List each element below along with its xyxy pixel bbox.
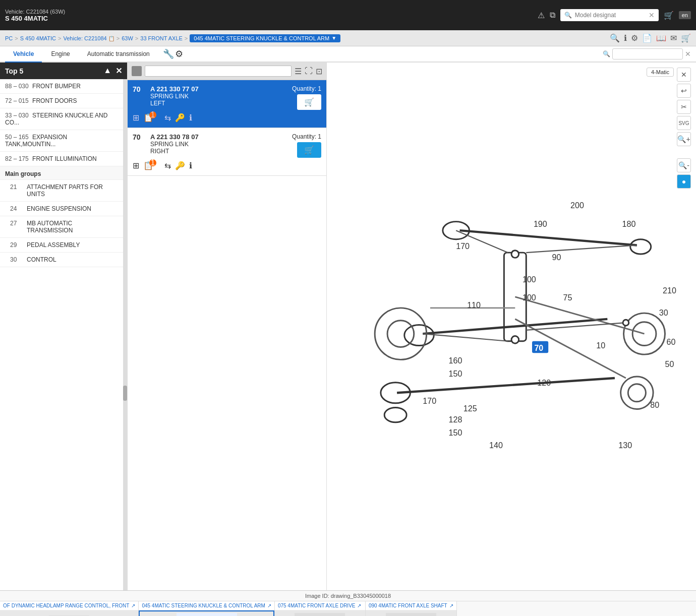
table-icon-1[interactable]: ⊞ (133, 113, 139, 122)
breadcrumb-s450[interactable]: S 450 4MATIC (20, 35, 56, 41)
model-search-box[interactable]: 🔍 ✕ (560, 9, 659, 21)
tab-automatic-transmission[interactable]: Automatic transmission (79, 46, 158, 63)
swap-icon-2[interactable]: ⇆ (164, 161, 171, 170)
parts-search-input[interactable] (145, 66, 292, 77)
tab-extra-icon1[interactable]: 🔧 (163, 48, 174, 59)
main-groups-title: Main groups (0, 166, 123, 180)
wis-icon[interactable]: 📖 (656, 33, 666, 43)
svg-text:100: 100 (523, 293, 536, 302)
sidebar-item-72015[interactable]: 72 – 015 FRONT DOORS (0, 94, 123, 108)
sidebar-item-82175[interactable]: 82 – 175 FRONT ILLUMINATION (0, 152, 123, 166)
svg-text:75: 75 (563, 293, 572, 302)
bottom-section: Image ID: drawing_B33045000018 OF DYNAMI… (0, 590, 696, 616)
sidebar-header-icons: ▲ ✕ (103, 66, 122, 76)
sidebar-item-33030[interactable]: 33 – 030 STEERING KNUCKLE AND CO... (0, 108, 123, 130)
part-name-2: SPRING LINK (150, 141, 199, 148)
breadcrumb-63w[interactable]: 63W (122, 35, 133, 41)
undo-icon[interactable]: ↩ (677, 84, 691, 98)
breadcrumb-vehicle[interactable]: Vehicle: C221084 📋 (63, 35, 114, 41)
panel-close-icon[interactable]: ⊡ (316, 67, 322, 76)
mail-icon[interactable]: ✉ (670, 33, 677, 43)
thumb-axle-shaft[interactable]: 090 4MATIC FRONT AXLE SHAFT ↗ (366, 601, 457, 616)
zoom-in-icon[interactable]: 🔍 (610, 33, 620, 43)
breadcrumb-pc[interactable]: PC (5, 35, 13, 41)
key-icon-1[interactable]: 🔑 (175, 113, 185, 122)
cart-button-1[interactable]: 🛒 (297, 94, 321, 110)
svg-text:110: 110 (467, 300, 481, 310)
info-icon-1[interactable]: ℹ (189, 113, 192, 122)
cart-breadcrumb-icon[interactable]: 🛒 (681, 33, 691, 43)
sidebar-item-88030[interactable]: 88 – 030 FRONT BUMPER (0, 79, 123, 94)
sep2: > (58, 35, 61, 41)
tab-search-icon: 🔍 (603, 50, 610, 57)
cart-button-2[interactable]: 🛒 (297, 142, 321, 158)
tab-clear-icon[interactable]: ✕ (685, 50, 691, 58)
clear-search-icon[interactable]: ✕ (649, 11, 655, 19)
doc-icon-2[interactable]: 📋1 (143, 161, 160, 170)
zoom-in-diagram-icon[interactable]: 🔍+ (677, 132, 691, 146)
part-row-2: 70 A 221 330 78 07 SPRING LINK RIGHT Qua… (128, 128, 326, 176)
thumb-headlamp[interactable]: OF DYNAMIC HEADLAMP RANGE CONTROL, FRONT… (0, 601, 139, 616)
top-bar-right: ⚠ ⧉ 🔍 ✕ 🛒 en (538, 9, 691, 21)
list-icon[interactable]: ☰ (295, 67, 302, 76)
doc-icon-1[interactable]: 📋1 (143, 113, 160, 122)
breadcrumb-frontaxle[interactable]: 33 FRONT AXLE (140, 35, 183, 41)
lang-badge[interactable]: en (679, 11, 691, 19)
svg-text:128: 128 (449, 415, 462, 424)
zoom-out-diagram-icon[interactable]: 🔍- (677, 158, 691, 172)
warning-icon[interactable]: ⚠ (538, 11, 545, 20)
blue-dot-icon[interactable]: ● (677, 174, 691, 189)
sidebar-close-icon[interactable]: ✕ (115, 66, 122, 76)
svg-text:100: 100 (523, 275, 536, 284)
part-pos-2: 70 (133, 133, 145, 155)
thumb-img-headlamp: diagram (0, 610, 138, 616)
spacer (677, 148, 691, 156)
close-diagram-icon[interactable]: ✕ (677, 68, 691, 82)
svg-text:60: 60 (666, 337, 675, 346)
svg-rect-67 (386, 613, 436, 616)
vehicle-model: S 450 4MATIC (5, 15, 65, 22)
sidebar-collapse-icon[interactable]: ▲ (103, 66, 111, 76)
svg-text:210: 210 (663, 286, 676, 295)
main-layout: Top 5 ▲ ✕ 88 – 030 FRONT BUMPER 72 – 015… (0, 63, 696, 590)
sidebar-group-27[interactable]: 27 MB AUTOMATIC TRANSMISSION (0, 216, 123, 238)
sidebar-scrollbar[interactable] (123, 79, 127, 590)
sidebar-group-21[interactable]: 21 ATTACHMENT PARTS FOR UNITS (0, 180, 123, 202)
svg-text:190: 190 (534, 219, 547, 228)
model-search-input[interactable] (575, 12, 646, 19)
sidebar-group-30[interactable]: 30 CONTROL (0, 253, 123, 267)
thumb-axle-drive[interactable]: 075 4MATIC FRONT AXLE DRIVE ↗ (275, 601, 366, 616)
cart-icon[interactable]: 🛒 (664, 11, 674, 20)
thumb-label-steering: 045 4MATIC STEERING KNUCKLE & CONTROL AR… (139, 601, 274, 610)
svg-text:170: 170 (456, 241, 470, 251)
thumb-steering[interactable]: 045 4MATIC STEERING KNUCKLE & CONTROL AR… (139, 601, 275, 616)
document-icon[interactable]: 📄 (642, 33, 652, 43)
sidebar-group-24[interactable]: 24 ENGINE SUSPENSION (0, 202, 123, 216)
cut-icon[interactable]: ✂ (677, 100, 691, 114)
svg-text:90: 90 (552, 253, 561, 262)
filter-icon[interactable]: ⚙ (631, 33, 638, 43)
thumb-label-axle-drive: 075 4MATIC FRONT AXLE DRIVE ↗ (275, 601, 365, 610)
swap-icon-1[interactable]: ⇆ (164, 113, 171, 122)
thumb-img-steering (139, 610, 274, 616)
tab-extra-icon2[interactable]: ⚙ (175, 48, 183, 59)
info-icon[interactable]: ℹ (624, 33, 627, 43)
thumbnails-row: OF DYNAMIC HEADLAMP RANGE CONTROL, FRONT… (0, 601, 696, 616)
svg-text:70: 70 (534, 343, 543, 352)
tab-vehicle[interactable]: Vehicle (5, 46, 42, 63)
sidebar-group-29[interactable]: 29 PEDAL ASSEMBLY (0, 238, 123, 253)
key-icon-2[interactable]: 🔑 (175, 161, 185, 170)
svg-text:130: 130 (618, 441, 632, 450)
info-icon-2[interactable]: ℹ (189, 161, 192, 170)
4matic-badge: 4-Matic (647, 68, 674, 77)
table-icon-2[interactable]: ⊞ (133, 161, 139, 170)
svg-icon[interactable]: SVG (677, 116, 691, 130)
expand-icon[interactable]: ⛶ (305, 67, 313, 76)
svg-text:150: 150 (449, 428, 462, 437)
tab-engine[interactable]: Engine (43, 46, 78, 63)
breadcrumb-current[interactable]: 045 4MATIC STEERING KNUCKLE & CONTROL AR… (190, 34, 340, 42)
diagram-area[interactable]: 4-Matic ✕ ↩ ✂ SVG 🔍+ 🔍- ● (327, 63, 696, 590)
tab-search-input[interactable] (612, 48, 683, 59)
copy-icon[interactable]: ⧉ (550, 11, 555, 20)
sidebar-item-50165[interactable]: 50 – 165 EXPANSION TANK,MOUNTIN... (0, 130, 123, 152)
